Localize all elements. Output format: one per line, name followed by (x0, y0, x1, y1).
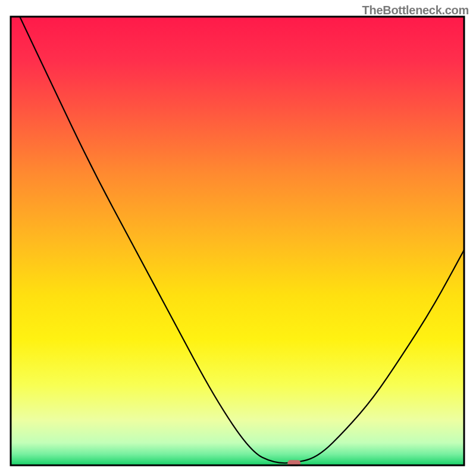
attribution-label: TheBottleneck.com (362, 4, 469, 17)
plot-background (11, 17, 464, 465)
bottleneck-chart (0, 0, 476, 476)
chart-container: TheBottleneck.com (0, 0, 476, 476)
